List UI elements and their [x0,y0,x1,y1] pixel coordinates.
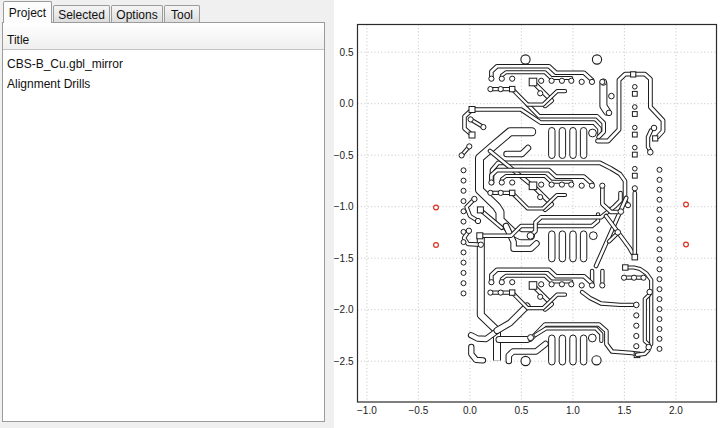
svg-text:−1.0: −1.0 [357,405,377,416]
svg-text:−1.5: −1.5 [334,253,354,264]
svg-text:−1.0: −1.0 [334,201,354,212]
svg-text:0.0: 0.0 [340,98,354,109]
svg-text:−2.0: −2.0 [334,304,354,315]
svg-text:−0.5: −0.5 [334,150,354,161]
svg-text:0.5: 0.5 [340,47,354,58]
svg-text:1.0: 1.0 [566,405,580,416]
svg-text:0.5: 0.5 [514,405,528,416]
svg-text:−0.5: −0.5 [409,405,429,416]
svg-text:1.5: 1.5 [617,405,631,416]
svg-text:0.0: 0.0 [463,405,477,416]
svg-text:2.0: 2.0 [669,405,683,416]
svg-text:−2.5: −2.5 [334,356,354,367]
